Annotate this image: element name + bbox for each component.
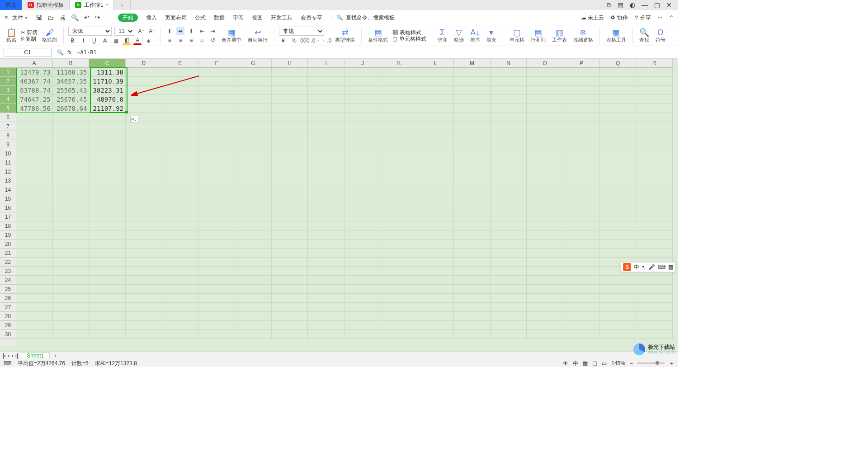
cell[interactable] xyxy=(344,194,381,203)
cell[interactable] xyxy=(600,113,637,122)
view-page-icon[interactable]: ▢ xyxy=(592,361,597,366)
tab-templates[interactable]: D找稻壳模板 xyxy=(22,0,70,10)
col-header[interactable]: N xyxy=(491,59,527,67)
cell[interactable] xyxy=(417,285,454,294)
cell[interactable] xyxy=(89,294,126,303)
cell[interactable] xyxy=(198,113,235,122)
cell[interactable] xyxy=(235,240,272,249)
cell[interactable] xyxy=(162,185,199,194)
cell[interactable] xyxy=(491,330,527,339)
grid-icon[interactable]: ▦ xyxy=(668,264,673,270)
tab-new[interactable]: ＋ xyxy=(114,0,131,10)
cell[interactable] xyxy=(198,221,235,230)
cell[interactable] xyxy=(563,249,600,258)
cell[interactable] xyxy=(162,258,199,267)
zoom-level[interactable]: 145% xyxy=(611,361,625,366)
cell[interactable] xyxy=(162,149,199,158)
cell[interactable] xyxy=(417,77,454,86)
cond-fmt[interactable]: ▤条件格式 xyxy=(366,28,390,42)
cell[interactable] xyxy=(454,230,491,240)
cell[interactable] xyxy=(53,167,90,176)
cell[interactable] xyxy=(381,249,418,258)
cell[interactable] xyxy=(89,194,126,203)
cell[interactable] xyxy=(417,140,454,149)
cell[interactable] xyxy=(198,212,235,221)
tab-page-layout[interactable]: 页面布局 xyxy=(165,15,187,20)
cell[interactable] xyxy=(198,68,235,77)
cell-grid[interactable]: 12479.7311168.351311.3846367.7434657.351… xyxy=(16,68,673,346)
cell[interactable] xyxy=(162,104,199,113)
cell[interactable] xyxy=(454,221,491,230)
cell[interactable] xyxy=(527,203,563,212)
col-header[interactable]: R xyxy=(636,59,673,67)
cell[interactable] xyxy=(636,104,673,113)
cell[interactable] xyxy=(126,285,162,294)
cell[interactable] xyxy=(491,221,527,230)
cell[interactable] xyxy=(344,176,381,185)
cell[interactable] xyxy=(344,113,381,122)
cell[interactable] xyxy=(16,249,53,258)
cell[interactable] xyxy=(344,167,381,176)
cell[interactable] xyxy=(16,330,53,339)
cell[interactable] xyxy=(491,104,527,113)
cell[interactable] xyxy=(491,203,527,212)
cell[interactable] xyxy=(198,149,235,158)
row-header[interactable]: 10 xyxy=(0,149,16,158)
cell[interactable] xyxy=(636,330,673,339)
cell[interactable] xyxy=(563,258,600,267)
cell[interactable] xyxy=(417,86,454,95)
cell[interactable] xyxy=(344,95,381,104)
cell[interactable] xyxy=(563,230,600,240)
cell[interactable] xyxy=(491,194,527,203)
cell[interactable] xyxy=(344,267,381,276)
cell[interactable] xyxy=(308,249,344,258)
cell[interactable] xyxy=(563,303,600,312)
cell[interactable] xyxy=(527,77,563,86)
cell[interactable] xyxy=(417,321,454,330)
cell[interactable] xyxy=(381,294,418,303)
cell[interactable] xyxy=(16,230,53,240)
cell[interactable]: 1311.38 xyxy=(89,68,126,77)
cell[interactable] xyxy=(344,68,381,77)
cell[interactable] xyxy=(308,230,344,240)
cell[interactable] xyxy=(198,285,235,294)
cell[interactable] xyxy=(527,321,563,330)
cell[interactable] xyxy=(600,77,637,86)
cell[interactable] xyxy=(344,158,381,167)
cell[interactable] xyxy=(235,330,272,339)
cell[interactable] xyxy=(636,194,673,203)
cell[interactable] xyxy=(126,176,162,185)
cell[interactable] xyxy=(53,267,90,276)
row-header[interactable]: 19 xyxy=(0,230,16,240)
tab-view[interactable]: 视图 xyxy=(252,15,263,20)
cell[interactable] xyxy=(235,294,272,303)
cell[interactable] xyxy=(89,167,126,176)
cell[interactable] xyxy=(381,86,418,95)
cell[interactable] xyxy=(89,131,126,140)
cell[interactable] xyxy=(527,230,563,240)
cell[interactable] xyxy=(198,203,235,212)
row-header[interactable]: 30 xyxy=(0,330,16,339)
cell[interactable] xyxy=(308,285,344,294)
input-mode-icon[interactable]: ⌨ xyxy=(4,361,11,366)
cell[interactable] xyxy=(235,158,272,167)
cell[interactable] xyxy=(417,276,454,285)
cell[interactable] xyxy=(53,294,90,303)
cell[interactable] xyxy=(272,104,308,113)
cell[interactable] xyxy=(454,167,491,176)
cell[interactable] xyxy=(198,312,235,321)
cell[interactable] xyxy=(162,321,199,330)
cell[interactable] xyxy=(527,176,563,185)
freeze-button[interactable]: ❄冻结窗格 xyxy=(571,28,595,42)
cell[interactable] xyxy=(454,113,491,122)
minimize-button[interactable]: — xyxy=(642,2,648,8)
cell[interactable] xyxy=(162,140,199,149)
tab-home[interactable]: 首页 xyxy=(0,0,22,10)
cell[interactable] xyxy=(308,131,344,140)
cell[interactable] xyxy=(344,276,381,285)
cell[interactable] xyxy=(344,131,381,140)
italic-button[interactable]: I xyxy=(79,37,87,45)
cell[interactable] xyxy=(272,185,308,194)
cell[interactable] xyxy=(53,321,90,330)
cell[interactable] xyxy=(126,221,162,230)
